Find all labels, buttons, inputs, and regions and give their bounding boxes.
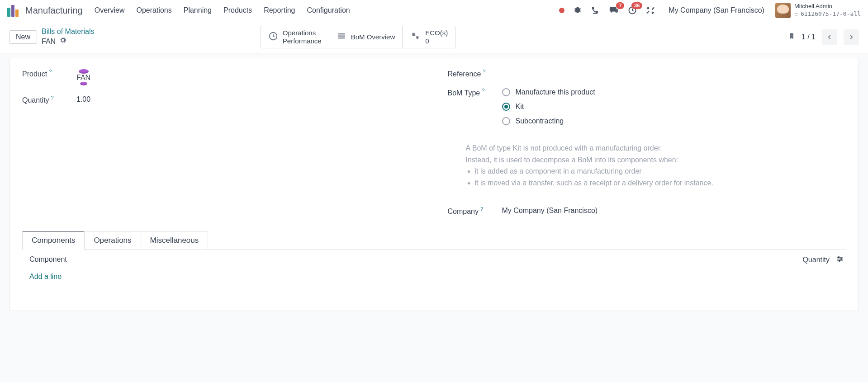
field-quantity[interactable]: 1.00: [76, 95, 90, 104]
stat-ecos[interactable]: ECO(s) 0: [403, 26, 455, 48]
label-quantity: Quantity: [22, 96, 49, 104]
components-table-header: Component Quantity: [22, 250, 846, 269]
activity-icon[interactable]: 36: [628, 6, 637, 15]
nav-operations[interactable]: Operations: [136, 6, 171, 14]
breadcrumb-parent[interactable]: Bills of Materials: [42, 27, 94, 37]
cogs-icon: [410, 31, 421, 42]
chat-badge: 7: [616, 2, 624, 9]
col-quantity[interactable]: Quantity: [802, 256, 830, 264]
phone-icon[interactable]: [591, 6, 600, 15]
tools-icon[interactable]: [646, 6, 655, 15]
pager-next-button[interactable]: [844, 29, 859, 45]
nav-planning[interactable]: Planning: [184, 6, 212, 14]
help-icon[interactable]: ?: [483, 69, 485, 74]
field-company[interactable]: My Company (San Francisco): [502, 207, 598, 215]
user-name: Mitchell Admin: [794, 3, 861, 10]
bug-icon[interactable]: [574, 6, 582, 14]
list-icon: [337, 32, 346, 42]
radio-icon: [502, 117, 510, 125]
optional-columns-icon[interactable]: [836, 255, 844, 264]
app-name[interactable]: Manufacturing: [25, 5, 83, 16]
gear-icon[interactable]: [59, 37, 66, 47]
field-product[interactable]: FAN: [76, 69, 90, 85]
avatar: [775, 3, 791, 18]
new-button[interactable]: New: [9, 30, 37, 44]
svg-point-8: [838, 257, 840, 258]
svg-rect-5: [338, 38, 345, 38]
help-icon[interactable]: ?: [49, 69, 52, 74]
label-company: Company: [448, 208, 479, 216]
company-switcher[interactable]: My Company (San Francisco): [669, 6, 764, 14]
radio-icon: [502, 88, 510, 96]
field-bom-type: Manufacture this product Kit Subcontract…: [502, 88, 595, 125]
help-icon[interactable]: ?: [482, 88, 484, 93]
db-name: ☰61126075-17-0-all: [794, 10, 861, 18]
radio-subcontracting[interactable]: Subcontracting: [502, 117, 595, 125]
breadcrumb: Bills of Materials FAN: [42, 27, 94, 47]
app-logo[interactable]: [7, 4, 20, 17]
svg-rect-0: [593, 13, 598, 14]
user-menu[interactable]: Mitchell Admin ☰61126075-17-0-all: [775, 3, 861, 18]
nav-icons: 7 36 My Company (San Francisco): [559, 6, 764, 15]
nav-products[interactable]: Products: [223, 6, 252, 14]
stat-bom-overview[interactable]: BoM Overview: [329, 26, 403, 48]
radio-kit[interactable]: Kit: [502, 103, 595, 111]
tab-operations[interactable]: Operations: [85, 231, 141, 250]
label-reference: Reference: [448, 70, 481, 78]
pager-prev-button[interactable]: [822, 29, 837, 45]
breadcrumb-record: FAN: [42, 37, 56, 47]
pager-text[interactable]: 1 / 1: [802, 33, 816, 41]
col-component[interactable]: Component: [29, 255, 67, 264]
form-sheet: Product ? FAN Quantity ?: [9, 58, 859, 311]
chat-icon[interactable]: 7: [609, 6, 619, 15]
top-navbar: Manufacturing Overview Operations Planni…: [0, 0, 868, 21]
tab-components[interactable]: Components: [22, 231, 85, 250]
add-line-link[interactable]: Add a line: [22, 269, 846, 289]
svg-rect-4: [338, 36, 345, 37]
help-icon[interactable]: ?: [51, 95, 54, 100]
record-dot-icon[interactable]: [559, 8, 564, 13]
svg-rect-3: [338, 33, 345, 34]
svg-point-10: [839, 260, 840, 262]
radio-manufacture[interactable]: Manufacture this product: [502, 88, 595, 96]
activity-badge: 36: [631, 2, 642, 9]
nav-overview[interactable]: Overview: [95, 6, 125, 14]
action-bar: New Bills of Materials FAN Operations Pe…: [0, 21, 868, 53]
product-image-icon: [79, 69, 89, 74]
tabs: Components Operations Miscellaneous: [22, 231, 846, 250]
product-image-icon: [80, 82, 87, 85]
nav-configuration[interactable]: Configuration: [307, 6, 350, 14]
nav-reporting[interactable]: Reporting: [264, 6, 295, 14]
bom-type-description: A BoM of type Kit is not produced with a…: [448, 142, 846, 189]
label-bom-type: BoM Type: [448, 89, 480, 97]
help-icon[interactable]: ?: [480, 206, 483, 212]
bookmark-icon[interactable]: [788, 32, 795, 42]
stat-operations-performance[interactable]: Operations Performance: [261, 26, 329, 48]
nav-menu: Overview Operations Planning Products Re…: [95, 6, 350, 14]
radio-icon: [502, 103, 510, 111]
label-product: Product: [22, 70, 47, 78]
svg-point-9: [840, 259, 842, 260]
clock-icon: [268, 31, 278, 42]
tab-miscellaneous[interactable]: Miscellaneous: [141, 231, 209, 250]
